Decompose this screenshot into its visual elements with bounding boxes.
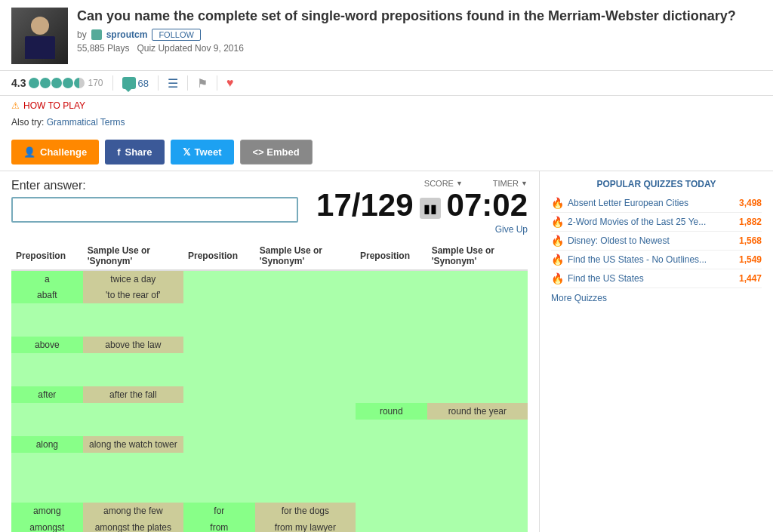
- table-row: roundround the year: [11, 403, 528, 420]
- author-icon: [91, 29, 102, 40]
- prep-cell-left: [11, 320, 83, 337]
- star-4: [63, 78, 73, 88]
- share-button[interactable]: f Share: [105, 140, 164, 165]
- divider-4: [217, 75, 217, 91]
- prep-cell-left: above: [11, 337, 83, 353]
- pause-button[interactable]: ▮▮: [420, 198, 441, 219]
- prep-cell-mid: [183, 320, 255, 337]
- prep-cell-mid: from: [183, 519, 255, 532]
- sample-cell-right: [427, 486, 528, 503]
- howto-label[interactable]: HOW TO PLAY: [23, 100, 85, 111]
- prep-cell-mid: [183, 403, 255, 420]
- score-value: 17/129: [316, 189, 413, 221]
- sample-cell-mid: [255, 337, 356, 353]
- table-row: alongalong the watch tower: [11, 436, 528, 453]
- timer-value: 07:02: [447, 189, 528, 221]
- sample-cell-mid: [255, 270, 356, 287]
- sample-cell-mid: [255, 303, 356, 320]
- rating-value: 4.3: [11, 77, 26, 89]
- popular-item[interactable]: 🔥Find the US States - No Outlines...1,54…: [551, 251, 762, 269]
- col-header-prep-1: Preposition: [11, 242, 83, 270]
- follow-button[interactable]: FOLLOW: [152, 29, 200, 41]
- popular-item[interactable]: 🔥Disney: Oldest to Newest1,568: [551, 232, 762, 251]
- prep-cell-left: [11, 420, 83, 436]
- prep-cell-left: among: [11, 503, 83, 519]
- bookmark-icon[interactable]: ⚑: [197, 76, 208, 91]
- more-quizzes-link[interactable]: More Quizzes: [551, 293, 762, 303]
- prep-cell-right: [356, 353, 427, 370]
- answer-input[interactable]: [11, 197, 298, 223]
- also-try-link[interactable]: Grammatical Terms: [47, 117, 125, 128]
- updated-date: Quiz Updated Nov 9, 2016: [137, 43, 243, 54]
- sample-cell-mid: [255, 320, 356, 337]
- popular-item[interactable]: 🔥Absent Letter European Cities3,498: [551, 194, 762, 213]
- prep-cell-left: [11, 370, 83, 386]
- embed-button[interactable]: <> Embed: [240, 140, 313, 165]
- sample-cell-left: [83, 453, 183, 469]
- author-avatar: [11, 8, 68, 64]
- sample-cell-left: twice a day: [83, 270, 183, 287]
- sample-cell-left: [83, 403, 183, 420]
- sample-cell-left: among the few: [83, 503, 183, 519]
- prep-cell-right: [356, 453, 427, 469]
- quiz-table: Preposition Sample Use or 'Synonym' Prep…: [11, 242, 528, 532]
- sample-cell-right: [427, 436, 528, 453]
- star-1: [29, 78, 39, 88]
- prep-cell-right: [356, 469, 427, 486]
- sample-cell-left: [83, 320, 183, 337]
- give-up-button[interactable]: Give Up: [495, 224, 528, 235]
- challenge-button[interactable]: 👤 Challenge: [11, 140, 99, 165]
- prep-cell-mid: [183, 353, 255, 370]
- prep-cell-right: [356, 503, 427, 519]
- heart-icon[interactable]: ♥: [226, 76, 234, 90]
- prep-cell-mid: for: [183, 503, 255, 519]
- sample-cell-right: [427, 303, 528, 320]
- prep-cell-right: round: [356, 403, 427, 420]
- sample-cell-right: [427, 353, 528, 370]
- sample-cell-mid: [255, 403, 356, 420]
- prep-cell-right: [356, 287, 427, 303]
- star-half: [74, 78, 85, 88]
- sample-cell-mid: [255, 370, 356, 386]
- tweet-button[interactable]: 𝕏 Tweet: [171, 140, 234, 165]
- timer-chevron[interactable]: ▼: [521, 180, 528, 187]
- author-name[interactable]: sproutcm: [106, 29, 148, 40]
- popular-item-name: Find the US States - No Outlines...: [568, 254, 739, 265]
- score-chevron[interactable]: ▼: [456, 180, 463, 187]
- popular-item[interactable]: 🔥Find the US States1,447: [551, 269, 762, 288]
- also-try-section: Also try: Grammatical Terms: [0, 115, 773, 134]
- prep-cell-left: amongst: [11, 519, 83, 532]
- right-panel: POPULAR QUIZZES TODAY 🔥Absent Letter Eur…: [539, 171, 773, 532]
- quiz-table-body: atwice a dayabaft'to the rear of'aboveab…: [11, 270, 528, 532]
- list-icon[interactable]: ☰: [168, 76, 178, 91]
- comment-count: 68: [138, 78, 149, 89]
- rating-section: 4.3 170: [11, 77, 103, 89]
- prep-cell-right: [356, 370, 427, 386]
- sample-cell-right: [427, 503, 528, 519]
- sample-cell-left: [83, 353, 183, 370]
- table-row: [11, 469, 528, 486]
- popular-item-count: 1,549: [739, 254, 762, 265]
- sample-cell-mid: [255, 436, 356, 453]
- popular-item-count: 1,568: [739, 235, 762, 246]
- sample-cell-mid: [255, 469, 356, 486]
- popular-item-count: 3,498: [739, 198, 762, 208]
- facebook-icon: f: [117, 146, 120, 158]
- prep-cell-right: [356, 303, 427, 320]
- col-header-sample-2: Sample Use or 'Synonym': [255, 242, 356, 270]
- fire-icon: 🔥: [551, 197, 564, 209]
- divider-2: [158, 75, 159, 91]
- prep-cell-left: a: [11, 270, 83, 287]
- table-row: [11, 320, 528, 337]
- prep-cell-left: after: [11, 386, 83, 403]
- sample-cell-left: above the law: [83, 337, 183, 353]
- comment-button[interactable]: 68: [122, 77, 149, 89]
- popular-item[interactable]: 🔥2-Word Movies of the Last 25 Ye...1,882: [551, 213, 762, 232]
- quiz-meta: by sproutcm FOLLOW: [77, 29, 762, 41]
- prep-cell-left: along: [11, 436, 83, 453]
- col-header-prep-2: Preposition: [183, 242, 255, 270]
- prep-cell-mid: [183, 386, 255, 403]
- prep-cell-right: [356, 337, 427, 353]
- prep-cell-right: [356, 420, 427, 436]
- header-section: Can you name the complete set of single-…: [0, 0, 773, 71]
